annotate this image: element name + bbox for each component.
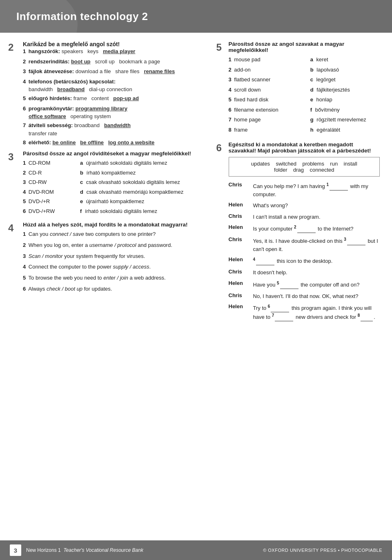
dialog-speaker: Helen [229, 224, 250, 230]
list-item: 4 telefonos (betárcsázós) kapcsolat: [23, 78, 208, 86]
list-item: 3 flatbed scanner [229, 76, 298, 84]
dialog-row: Chris Yes, it is. I have double-clicked … [229, 236, 380, 253]
dialog-row: Chris Can you help me? I am having 1 wit… [229, 181, 380, 198]
dialog-row: Chris It doesn't help. [229, 269, 380, 277]
exercise6-number: 6 [216, 142, 222, 154]
dialog-text: Yes, it is. I have double-clicked on thi… [253, 236, 380, 253]
list-item: 7 home page [229, 116, 298, 124]
exercise5-number: 5 [216, 42, 222, 53]
list-item: a újraírható sokoldalú digitális lemez [80, 159, 208, 167]
list-item: 5 DVD-/+R [23, 197, 72, 206]
list-item: 6 Always check / boot up for updates. [23, 285, 208, 293]
list-item: 6 DVD-/+RW [23, 207, 72, 215]
exercise2-block: 2 Karikázd be a megfelelő angol szót! 1 … [8, 41, 208, 146]
list-item: 5 To browse the web you need to enter / … [23, 274, 208, 282]
list-item: d fájlkiterjesztés [310, 86, 380, 94]
dialog-text: Can you help me? I am having 1 with my c… [253, 181, 380, 198]
exercise4-block: 4 Húzd alá a helyes szót, majd fordíts l… [8, 222, 208, 293]
list-item: 4 Connect the computer to the power supp… [23, 263, 208, 271]
list-item: e újraírható kompaktlemez [80, 197, 208, 206]
dialog-speaker: Chris [229, 181, 250, 188]
list-item: h egéralátét [310, 126, 380, 134]
list-item: 8 elérhető: be online be offline log ont… [23, 139, 208, 147]
exercise4-items: 1 Can you connect / save two computers t… [23, 230, 208, 293]
page-title: Information technology 2 [16, 10, 148, 23]
exercise5-title: Párosítsd össze az angol szavakat a magy… [229, 41, 380, 53]
footer-book-info: New Horizons 1 Teacher's Vocational Reso… [26, 547, 143, 553]
list-item: 2 When you log on, enter a username / pr… [23, 241, 208, 250]
list-item: c csak olvasható sokoldalú digitális lem… [80, 178, 208, 186]
footer-left: 3 New Horizons 1 Teacher's Vocational Re… [10, 544, 143, 556]
list-item: 1 CD-ROM [23, 159, 72, 167]
list-item: f bővítmény [310, 106, 380, 114]
exercise6-title: Egészítsd ki a mondatokat a keretben meg… [229, 141, 380, 154]
dialog-text: What's wrong? [253, 202, 380, 210]
dialog-speaker: Chris [229, 269, 250, 275]
dialog-text: It doesn't help. [253, 269, 380, 277]
footer-publisher: © OXFORD UNIVERSITY PRESS • PHOTOCOPIABL… [263, 548, 382, 553]
exercise3-left: 1 CD-ROM 2 CD-R 3 CD-RW 4 DVD-ROM 5 DVD-… [23, 159, 72, 217]
main-content: 2 Karikázd be a megfelelő angol szót! 1 … [0, 33, 392, 331]
list-item: 6 programkönyvtár: programming library [23, 105, 208, 113]
list-item: 7 átviteli sebesség: broadband bandwidth [23, 121, 208, 130]
list-item: c legörget [310, 76, 380, 84]
list-item: 2 add-on [229, 66, 298, 74]
list-item: 6 filename extension [229, 106, 298, 114]
list-item: transfer rate [23, 130, 208, 137]
exercise5-left: 1 mouse pad 2 add-on 3 flatbed scanner 4… [229, 56, 298, 136]
list-item: bandwidth broadband dial-up connection [23, 86, 208, 92]
dialog-text: No, I haven't. I'll do that now. OK, wha… [253, 292, 380, 300]
exercise4-title: Húzd alá a helyes szót, majd fordíts le … [23, 222, 208, 228]
word-box: updates switched problems run install fo… [229, 157, 380, 177]
dialog-speaker: Chris [229, 292, 250, 298]
dialog-text: Try to 6 this program again. I think you… [253, 303, 380, 321]
list-item: 5 fixed hard disk [229, 96, 298, 104]
dialog-text: Have you 5 the computer off and on? [253, 280, 380, 289]
list-item: 1 Can you connect / save two computers t… [23, 230, 208, 239]
dialog-row: Helen What's wrong? [229, 202, 380, 210]
list-item: 1 mouse pad [229, 56, 298, 64]
list-item: office software operating system [23, 113, 208, 119]
exercise3-grid: 1 CD-ROM 2 CD-R 3 CD-RW 4 DVD-ROM 5 DVD-… [23, 159, 208, 217]
dialog-row: Chris I can't install a new program. [229, 213, 380, 221]
page-number: 3 [10, 544, 21, 556]
dialog-text: I can't install a new program. [253, 213, 380, 221]
page-footer: 3 New Horizons 1 Teacher's Vocational Re… [0, 540, 392, 560]
list-item: 1 hangszórók: speakers keys media player [23, 47, 208, 56]
exercise5-block: 5 Párosítsd össze az angol szavakat a ma… [216, 41, 380, 136]
dialog-speaker: Helen [229, 202, 250, 208]
list-item: 3 fájlok átnevezése: download a file sha… [23, 67, 208, 76]
list-item: 3 Scan / monitor your system frequently … [23, 252, 208, 261]
list-item: 4 DVD-ROM [23, 188, 72, 196]
page-header: Information technology 2 [0, 0, 392, 33]
left-column: 2 Karikázd be a megfelelő angol szót! 1 … [8, 41, 208, 327]
list-item: 2 rendszerindítás: boot up scroll up boo… [23, 58, 208, 66]
dialog-speaker: Chris [229, 213, 250, 219]
dialog-row: Helen 4 this icon to the desktop. [229, 256, 380, 265]
exercise3-right: a újraírható sokoldalú digitális lemez b… [80, 159, 208, 217]
dialog-speaker: Helen [229, 280, 250, 286]
list-item: d csak olvasható memóriájú kompaktlemez [80, 188, 208, 196]
dialog-row: Helen Is your computer 2 to the Internet… [229, 224, 380, 233]
exercise4-number: 4 [8, 222, 13, 234]
exercise5-right: a keret b lapolvasó c legörget d fájlkit… [310, 56, 380, 136]
exercise2-title: Karikázd be a megfelelő angol szót! [23, 41, 208, 47]
dialog-row: Chris No, I haven't. I'll do that now. O… [229, 292, 380, 300]
list-item: f írható sokoldalú digitális lemez [80, 207, 208, 215]
dialog-text: 4 this icon to the desktop. [253, 256, 380, 265]
dialog-speaker: Helen [229, 303, 250, 309]
dialog-speaker: Chris [229, 236, 250, 242]
list-item: g rögzített merevlemez [310, 116, 380, 124]
list-item: e honlap [310, 96, 380, 104]
exercise3-number: 3 [8, 151, 13, 163]
dialog-row: Helen Try to 6 this program again. I thi… [229, 303, 380, 321]
exercise6-block: 6 Egészítsd ki a mondatokat a keretben m… [216, 141, 380, 321]
exercise5-grid: 1 mouse pad 2 add-on 3 flatbed scanner 4… [229, 56, 380, 136]
exercise2-number: 2 [8, 42, 13, 53]
dialog-text: Is your computer 2 to the Internet? [253, 224, 380, 233]
right-column: 5 Párosítsd össze az angol szavakat a ma… [216, 41, 380, 327]
list-item: a keret [310, 56, 380, 64]
list-item: 4 scroll down [229, 86, 298, 94]
exercise3-block: 3 Párosítsd össze az angol rövidítéseket… [8, 150, 208, 217]
exercise6-dialog: Chris Can you help me? I am having 1 wit… [229, 181, 380, 321]
